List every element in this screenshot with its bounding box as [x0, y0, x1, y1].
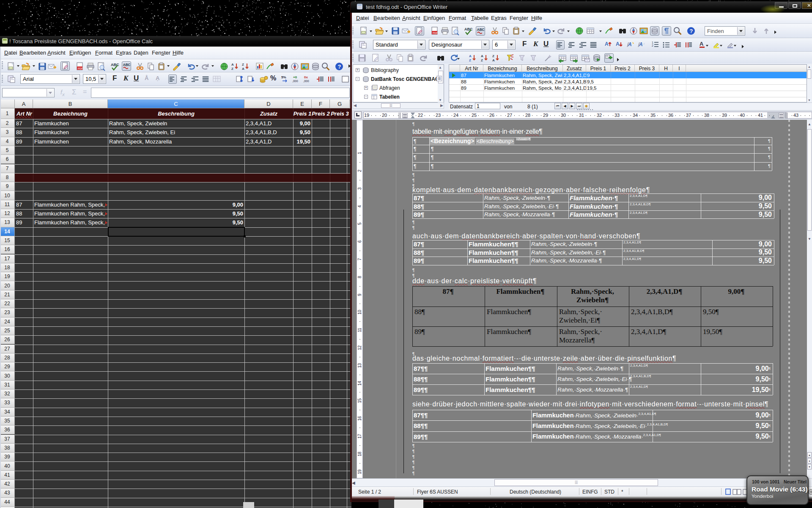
svg-text:0x: 0x	[304, 75, 308, 79]
svg-text:A: A	[616, 41, 620, 47]
svg-text:ABC: ABC	[464, 27, 473, 31]
svg-text:A: A	[242, 67, 244, 71]
svg-text:PDF: PDF	[78, 67, 83, 70]
svg-text:Z: Z	[231, 67, 233, 71]
svg-text:Z: Z	[481, 58, 483, 62]
svg-text:,000: ,000	[303, 80, 309, 83]
svg-text:2: 2	[652, 44, 653, 47]
svg-text:Z: Z	[492, 54, 494, 58]
svg-text:A: A	[469, 54, 472, 58]
svg-text:Z: Z	[242, 63, 244, 66]
svg-text:ABC: ABC	[111, 63, 119, 67]
svg-text:5%: 5%	[281, 75, 286, 79]
svg-text:PDF: PDF	[433, 32, 438, 34]
svg-text:A: A	[481, 54, 483, 58]
svg-text:?: ?	[690, 28, 693, 34]
svg-text:ABC: ABC	[477, 28, 485, 32]
svg-text:A: A	[605, 41, 609, 47]
svg-text:+0: +0	[293, 75, 297, 79]
svg-text:,000: ,000	[292, 80, 298, 83]
svg-text:Z: Z	[469, 58, 471, 62]
svg-text:A: A	[492, 58, 495, 62]
svg-text:A: A	[628, 41, 632, 47]
svg-text:1: 1	[652, 41, 653, 44]
svg-text:A: A	[231, 63, 234, 66]
svg-text:?: ?	[338, 64, 341, 70]
svg-text:ABC: ABC	[123, 63, 131, 67]
svg-text:A: A	[639, 41, 643, 47]
svg-text:A: A	[700, 41, 704, 47]
